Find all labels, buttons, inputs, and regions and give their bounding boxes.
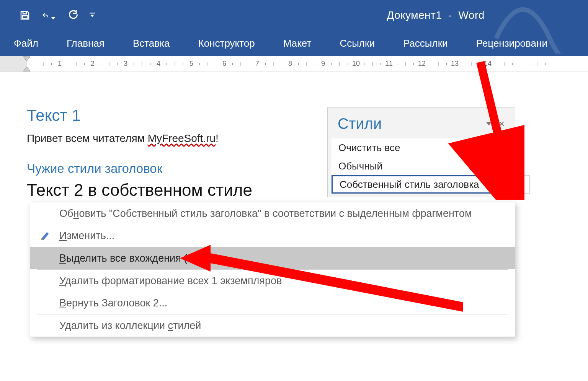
chevron-down-icon <box>516 182 523 187</box>
tab-review[interactable]: Рецензировани <box>476 37 547 49</box>
title-bar: Документ1 - Word <box>0 0 588 31</box>
undo-button[interactable] <box>42 9 55 22</box>
svg-rect-1 <box>90 13 95 13</box>
svg-text:6: 6 <box>222 60 226 67</box>
menu-revert[interactable]: Вернуть Заголовок 2... <box>30 292 515 314</box>
tab-file[interactable]: Файл <box>14 37 38 49</box>
svg-rect-0 <box>23 16 28 19</box>
styles-pane-close-icon[interactable]: ✕ <box>498 119 505 129</box>
quick-access-toolbar <box>0 9 95 22</box>
svg-text:12: 12 <box>418 60 426 67</box>
svg-text:8: 8 <box>288 60 292 67</box>
tab-references[interactable]: Ссылки <box>340 37 375 49</box>
ribbon-tabs: Файл Главная Вставка Конструктор Макет С… <box>0 31 588 56</box>
tab-mailings[interactable]: Рассылки <box>403 37 448 49</box>
tab-home[interactable]: Главная <box>67 37 105 49</box>
menu-select-all-instances[interactable]: Выделить все вхождения (1) <box>30 247 515 269</box>
svg-text:11: 11 <box>385 60 393 67</box>
svg-text:5: 5 <box>189 60 193 67</box>
svg-text:2: 2 <box>91 60 95 67</box>
styles-task-pane: Стили ✕ Очистить все Обычный ¶ Собственн… <box>327 107 515 197</box>
svg-text:1: 1 <box>58 60 62 67</box>
pilcrow-icon: ¶ <box>499 181 503 189</box>
style-item-custom-heading[interactable]: Собственный стиль заголовка ¶ <box>332 175 511 194</box>
styles-list: Очистить все Обычный ¶ Собственный стиль… <box>332 138 511 194</box>
menu-delete-from-gallery[interactable]: Удалить из коллекции стилей <box>30 314 515 337</box>
pilcrow-icon: ¶ <box>500 162 504 170</box>
spelling-error[interactable]: MyFreeSoft.ru <box>148 132 216 144</box>
undo-dropdown-icon[interactable] <box>51 17 55 20</box>
style-item-dropdown-button[interactable] <box>510 175 530 194</box>
svg-marker-4 <box>23 67 30 71</box>
qat-customize-dropdown-icon[interactable] <box>90 12 95 19</box>
tab-design[interactable]: Конструктор <box>198 37 255 49</box>
style-item-normal[interactable]: Обычный ¶ <box>332 157 511 175</box>
tab-layout[interactable]: Макет <box>283 37 312 49</box>
svg-text:13: 13 <box>451 60 459 67</box>
tab-insert[interactable]: Вставка <box>133 37 170 49</box>
svg-text:3: 3 <box>124 60 127 67</box>
svg-text:10: 10 <box>352 60 360 67</box>
menu-update-to-match[interactable]: Обновить "Собственный стиль заголовка" в… <box>30 202 515 225</box>
svg-text:9: 9 <box>321 60 325 67</box>
svg-text:14: 14 <box>484 60 492 67</box>
menu-clear-formatting[interactable]: Удалить форматирование всех 1 экземпляро… <box>30 270 515 292</box>
styles-pane-header: Стили ✕ <box>328 107 515 138</box>
modify-icon <box>39 229 52 242</box>
horizontal-ruler[interactable]: 1234567891011121314 <box>0 56 588 72</box>
redo-button[interactable] <box>66 9 79 22</box>
save-button[interactable] <box>18 9 31 22</box>
svg-marker-3 <box>23 57 30 61</box>
styles-pane-options-icon[interactable] <box>486 122 492 125</box>
menu-modify[interactable]: Изменить... <box>30 225 515 247</box>
style-item-clear-all[interactable]: Очистить все <box>332 138 511 157</box>
styles-pane-title: Стили <box>338 115 382 132</box>
style-context-menu: Обновить "Собственный стиль заголовка" в… <box>30 202 515 337</box>
svg-text:7: 7 <box>255 60 259 67</box>
svg-text:4: 4 <box>157 60 160 67</box>
svg-marker-2 <box>90 15 94 17</box>
